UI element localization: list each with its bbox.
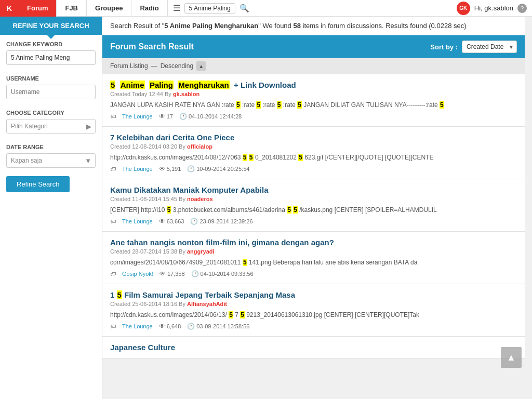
refine-search-button[interactable]: Refine Search bbox=[6, 176, 70, 192]
main-layout: REFINE YOUR SEARCH CHANGE KEYWORD USERNA… bbox=[0, 17, 532, 399]
result-item-6: Japanese Culture bbox=[102, 337, 525, 358]
date-range-select-wrapper: Kapan saja ▼ bbox=[6, 153, 96, 168]
eye-icon-3 bbox=[159, 218, 165, 225]
views-count-5: 6,648 bbox=[167, 323, 181, 329]
change-keyword-label: CHANGE KEYWORD bbox=[6, 41, 96, 47]
result-views-2: 5,191 bbox=[159, 165, 181, 172]
result-category-1[interactable]: The Lounge bbox=[122, 113, 153, 119]
result-title-6[interactable]: Japanese Culture bbox=[110, 343, 517, 352]
result-tags-3: The Lounge 63,663 23-09-2014 12:39:26 bbox=[110, 218, 517, 225]
keyword-input[interactable] bbox=[6, 50, 96, 65]
sidebar: REFINE YOUR SEARCH CHANGE KEYWORD USERNA… bbox=[0, 17, 102, 399]
help-icon[interactable]: ? bbox=[517, 4, 527, 13]
right-scrollbar[interactable] bbox=[525, 17, 532, 399]
result-snippet-2: http://cdn.kaskus.com/images/2014/08/12/… bbox=[110, 153, 517, 162]
clock-icon-2 bbox=[187, 165, 195, 172]
views-count-4: 17,358 bbox=[167, 271, 185, 277]
date-range-select[interactable]: Kapan saja bbox=[6, 153, 96, 168]
tag-icon-2 bbox=[110, 166, 116, 172]
list-icon[interactable]: ☰ bbox=[173, 3, 180, 13]
forum-listing-order: Descending bbox=[161, 62, 193, 70]
result-category-2[interactable]: The Lounge bbox=[122, 166, 153, 172]
result-category-3[interactable]: The Lounge bbox=[122, 218, 153, 224]
result-meta-4: Created 28-07-2014 15:38 By anggryadi bbox=[110, 248, 517, 255]
date-value-5: 03-09-2014 13:58:56 bbox=[196, 323, 249, 329]
username-section: USERNAME bbox=[0, 69, 102, 103]
clock-icon-5 bbox=[187, 323, 195, 330]
views-count-1: 17 bbox=[167, 113, 173, 119]
result-username-1[interactable]: gk.sablon bbox=[173, 91, 200, 97]
tag-icon-4 bbox=[110, 271, 116, 277]
result-title-4[interactable]: Ane tahan nangis nonton film-film ini, g… bbox=[110, 238, 517, 247]
result-views-4: 17,358 bbox=[159, 270, 185, 277]
result-meta-3: Created 11-08-2014 15:45 By noaderos bbox=[110, 196, 517, 202]
result-title-2[interactable]: 7 Kelebihan dari Cerita One Piece bbox=[110, 133, 517, 142]
result-title-5[interactable]: 1 5 Film Samurai Jepang Terbaik Sepanjan… bbox=[110, 290, 517, 299]
category-section: CHOOSE CATEGORY Pilih Kategori ▶ bbox=[0, 103, 102, 138]
result-meta-2: Created 12-08-2014 03:20 By officialop bbox=[110, 143, 517, 150]
eye-icon-4 bbox=[159, 270, 166, 277]
username-label: USERNAME bbox=[6, 75, 96, 82]
search-icon[interactable]: 🔍 bbox=[240, 4, 249, 13]
result-snippet-1: JANGAN LUPA KASIH RATE NYA GAN :rate 5 :… bbox=[110, 100, 517, 110]
result-tags-5: The Lounge 6,648 03-09-2014 13:58:56 bbox=[110, 323, 517, 330]
result-username-3[interactable]: noaderos bbox=[187, 196, 213, 202]
result-header: Forum Search Result Sort by : Created Da… bbox=[102, 35, 525, 58]
result-snippet-4: com/images/2014/08/10/6674909_2014081011… bbox=[110, 258, 517, 267]
tag-icon-1 bbox=[110, 113, 116, 119]
views-count-2: 5,191 bbox=[167, 166, 181, 172]
result-views-5: 6,648 bbox=[159, 323, 181, 330]
date-value-4: 04-10-2014 09:33:56 bbox=[201, 271, 254, 277]
result-date-5: 03-09-2014 13:58:56 bbox=[187, 323, 249, 330]
refine-your-search-header[interactable]: REFINE YOUR SEARCH bbox=[0, 17, 102, 35]
result-item-1: 5 Anime Paling Mengharukan + Link Downlo… bbox=[102, 74, 525, 127]
result-item-5: 1 5 Film Samurai Jepang Terbaik Sepanjan… bbox=[102, 284, 525, 337]
result-tags-4: Gosip Nyok! 17,358 04-10-2014 09:33:56 bbox=[110, 270, 517, 277]
result-username-4[interactable]: anggryadi bbox=[187, 248, 215, 255]
result-tags-1: The Lounge 17 04-10-2014 12:44:28 bbox=[110, 113, 517, 120]
main-content: Search Result of "5 Anime Paling Menghar… bbox=[102, 17, 525, 399]
forum-listing-separator: — bbox=[151, 62, 157, 70]
result-category-5[interactable]: The Lounge bbox=[122, 323, 153, 329]
choose-category-label: CHOOSE CATEGORY bbox=[6, 110, 96, 116]
sort-select[interactable]: Created Date bbox=[462, 41, 517, 53]
result-date-4: 04-10-2014 09:33:56 bbox=[191, 270, 254, 277]
clock-icon-4 bbox=[191, 270, 199, 277]
result-username-2[interactable]: officialop bbox=[187, 143, 212, 150]
result-title-3[interactable]: Kamu Dikatakan Maniak Komputer Apabila bbox=[110, 185, 517, 194]
highlight-mengharukan: Mengharukan bbox=[178, 81, 230, 89]
nav-tabs: Forum FJB Groupee Radio bbox=[19, 0, 168, 17]
result-date-1: 04-10-2014 12:44:28 bbox=[179, 113, 242, 120]
search-summary-bar: Search Result of "5 Anime Paling Menghar… bbox=[102, 17, 525, 35]
date-range-section: DATE RANGE Kapan saja ▼ bbox=[0, 138, 102, 172]
result-category-4[interactable]: Gosip Nyok! bbox=[122, 271, 153, 277]
logo-button[interactable]: K bbox=[0, 0, 19, 17]
result-date-3: 23-09-2014 12:39:26 bbox=[190, 218, 252, 225]
nav-tab-groupee[interactable]: Groupee bbox=[87, 0, 131, 17]
top-navigation: K Forum FJB Groupee Radio ☰ 5 Anime Pali… bbox=[0, 0, 532, 17]
nav-tab-radio[interactable]: Radio bbox=[131, 0, 167, 17]
nav-tab-fjb[interactable]: FJB bbox=[57, 0, 87, 17]
result-views-1: 17 bbox=[159, 113, 173, 120]
highlight-anime: Anime bbox=[120, 81, 145, 89]
result-item-4: Ane tahan nangis nonton film-film ini, g… bbox=[102, 232, 525, 284]
highlight-5: 5 bbox=[110, 81, 115, 89]
search-query-display: 5 Anime Paling bbox=[184, 3, 235, 14]
sort-label: Sort by : bbox=[430, 43, 458, 51]
clock-icon-1 bbox=[179, 113, 187, 120]
date-value-2: 10-09-2014 20:25:54 bbox=[196, 166, 249, 172]
result-username-5[interactable]: AlfiansyahAdit bbox=[187, 301, 227, 307]
search-query-strong: 5 Anime Paling Mengharukan bbox=[164, 22, 258, 30]
nav-tab-forum[interactable]: Forum bbox=[19, 0, 57, 17]
result-tags-2: The Lounge 5,191 10-09-2014 20:25:54 bbox=[110, 165, 517, 172]
tag-icon-5 bbox=[110, 323, 116, 329]
username-input[interactable] bbox=[6, 85, 96, 99]
listing-order-toggle[interactable]: ▲ bbox=[196, 61, 206, 71]
result-item-3: Kamu Dikatakan Maniak Komputer Apabila C… bbox=[102, 179, 525, 232]
category-select[interactable]: Pilih Kategori bbox=[6, 119, 96, 134]
result-title-1[interactable]: 5 Anime Paling Mengharukan + Link Downlo… bbox=[110, 81, 517, 89]
highlight-paling: Paling bbox=[149, 81, 174, 89]
result-meta-1: Created Today 12:44 By gk.sablon bbox=[110, 91, 517, 97]
back-to-top-button[interactable]: ▲ bbox=[501, 347, 522, 368]
result-date-2: 10-09-2014 20:25:54 bbox=[187, 165, 249, 172]
